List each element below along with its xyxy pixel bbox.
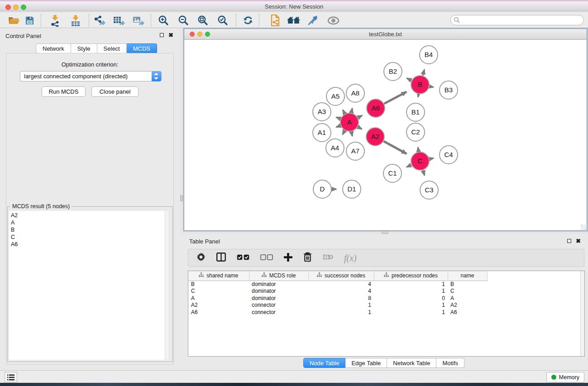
- graph-edge-A2-C[interactable]: [383, 141, 406, 154]
- graph-node-C3[interactable]: C3: [420, 181, 438, 199]
- graph-node-B3[interactable]: B3: [440, 81, 458, 99]
- table-cell[interactable]: A: [188, 295, 249, 302]
- graph-node-A[interactable]: A: [340, 113, 359, 131]
- table-cell[interactable]: 1: [308, 309, 374, 316]
- graph-edge-A6-B[interactable]: [384, 92, 406, 104]
- table-cell[interactable]: dominator: [249, 288, 308, 295]
- mcds-result-item[interactable]: C: [11, 234, 165, 241]
- graph-edge-A-A3[interactable]: [336, 117, 341, 119]
- graph-node-B1[interactable]: B1: [406, 103, 425, 121]
- refresh-icon[interactable]: [240, 14, 256, 27]
- graph-node-C2[interactable]: C2: [406, 123, 425, 141]
- tab-node-table[interactable]: Node Table: [303, 358, 346, 368]
- graph-edge-B-B1[interactable]: [418, 94, 419, 97]
- select-all-rows-icon[interactable]: [237, 254, 249, 262]
- graph-node-A2[interactable]: A2: [366, 128, 384, 146]
- deselect-all-rows-icon[interactable]: [260, 254, 273, 262]
- export-network-icon[interactable]: [91, 14, 107, 27]
- float-table-panel-icon[interactable]: [567, 239, 571, 243]
- table-cell[interactable]: A2: [448, 302, 487, 309]
- criterion-dropdown[interactable]: largest connected component (directed): [20, 71, 162, 81]
- table-settings-gear-icon[interactable]: [196, 253, 206, 263]
- table-row[interactable]: A2connector11A2: [188, 302, 492, 309]
- zoom-out-icon[interactable]: [175, 14, 191, 27]
- run-mcds-button[interactable]: Run MCDS: [42, 86, 86, 97]
- table-cell[interactable]: 1: [308, 302, 374, 309]
- table-row[interactable]: Adominator80A: [188, 295, 492, 302]
- graph-node-D1[interactable]: D1: [343, 180, 361, 198]
- mcds-result-item[interactable]: A: [11, 219, 165, 226]
- table-cell[interactable]: 1: [374, 302, 448, 309]
- import-table-icon[interactable]: [67, 14, 84, 27]
- table-cell[interactable]: A6: [188, 309, 249, 316]
- table-cell[interactable]: 0: [374, 295, 448, 302]
- table-cell[interactable]: B: [448, 281, 487, 288]
- table-row[interactable]: Bdominator41B: [188, 281, 492, 288]
- graph-node-A5[interactable]: A5: [326, 87, 344, 105]
- graph-edge-C-C1[interactable]: [406, 165, 411, 167]
- search-input[interactable]: [450, 15, 584, 25]
- memory-button[interactable]: Memory: [546, 372, 584, 382]
- table-cell[interactable]: 8: [308, 295, 374, 302]
- zoom-in-icon[interactable]: [155, 14, 172, 27]
- table-row[interactable]: A6connector11A6: [188, 309, 492, 316]
- table-cell[interactable]: dominator: [249, 281, 308, 288]
- toggle-columns-icon[interactable]: [216, 253, 226, 263]
- apply-function-icon[interactable]: f(x): [344, 253, 357, 263]
- tab-edge-table[interactable]: Edge Table: [345, 358, 387, 368]
- column-header-predecessor-nodes[interactable]: predecessor nodes: [374, 271, 448, 281]
- add-column-icon[interactable]: [284, 253, 292, 263]
- open-network-file-icon[interactable]: [267, 14, 283, 27]
- column-header-MCDS-role[interactable]: MCDS role: [249, 271, 308, 281]
- close-panel-icon[interactable]: ✖: [168, 33, 173, 37]
- tab-mcds[interactable]: MCDS: [127, 43, 157, 53]
- graph-edge-A-A8[interactable]: [351, 108, 352, 113]
- table-cell[interactable]: 1: [374, 288, 448, 295]
- graph-edge-C-C4[interactable]: [429, 158, 433, 159]
- tab-select[interactable]: Select: [97, 43, 127, 53]
- close-table-panel-icon[interactable]: ✖: [576, 239, 581, 243]
- table-cell[interactable]: dominator: [249, 295, 308, 302]
- delete-table-icon[interactable]: [323, 254, 333, 262]
- table-cell[interactable]: A6: [448, 309, 487, 316]
- zoom-selected-icon[interactable]: [215, 14, 231, 27]
- table-cell[interactable]: connector: [249, 309, 308, 316]
- graph-node-A1[interactable]: A1: [313, 124, 331, 142]
- tab-network-table[interactable]: Network Table: [387, 358, 436, 368]
- table-cell[interactable]: C: [448, 288, 487, 295]
- graph-edge-A-A4[interactable]: [343, 130, 345, 134]
- open-session-icon[interactable]: [5, 14, 22, 27]
- graph-node-A7[interactable]: A7: [346, 142, 364, 160]
- export-table-icon[interactable]: [110, 14, 127, 27]
- horizontal-splitter-grip[interactable]: [382, 231, 388, 234]
- graph-node-C4[interactable]: C4: [440, 146, 458, 164]
- graph-node-A6[interactable]: A6: [367, 99, 385, 117]
- graph-edge-B-B4[interactable]: [423, 70, 425, 76]
- delete-column-icon[interactable]: [303, 252, 312, 264]
- table-cell[interactable]: 1: [374, 281, 448, 288]
- table-cell[interactable]: B: [188, 281, 249, 288]
- mcds-result-list[interactable]: A2ABCA6: [9, 211, 165, 360]
- graph-edge-A-A2[interactable]: [358, 127, 362, 129]
- home-icon[interactable]: [285, 14, 301, 27]
- tab-network[interactable]: Network: [36, 43, 71, 53]
- graph-node-C[interactable]: C: [411, 152, 429, 170]
- graph-edge-A-A1[interactable]: [336, 125, 341, 127]
- table-cell[interactable]: 4: [308, 281, 374, 288]
- export-image-icon[interactable]: [130, 14, 146, 27]
- import-network-icon[interactable]: [47, 14, 63, 27]
- graph-edge-A-A7[interactable]: [351, 132, 352, 136]
- table-cell[interactable]: 4: [308, 288, 374, 295]
- network-resize-grip[interactable]: [581, 224, 586, 230]
- column-header-shared-name[interactable]: shared name: [188, 271, 249, 281]
- task-history-button[interactable]: [5, 372, 17, 382]
- column-header-name[interactable]: name: [448, 271, 487, 281]
- graph-node-A4[interactable]: A4: [326, 139, 344, 157]
- mcds-result-item[interactable]: B: [11, 226, 165, 234]
- zoom-fit-icon[interactable]: [195, 14, 211, 27]
- table-row[interactable]: Cdominator41C: [188, 288, 492, 295]
- mcds-result-scrollbar[interactable]: [165, 211, 168, 360]
- column-header-successor-nodes[interactable]: successor nodes: [308, 271, 374, 281]
- graph-node-B4[interactable]: B4: [420, 46, 438, 64]
- graph-node-A3[interactable]: A3: [313, 103, 331, 121]
